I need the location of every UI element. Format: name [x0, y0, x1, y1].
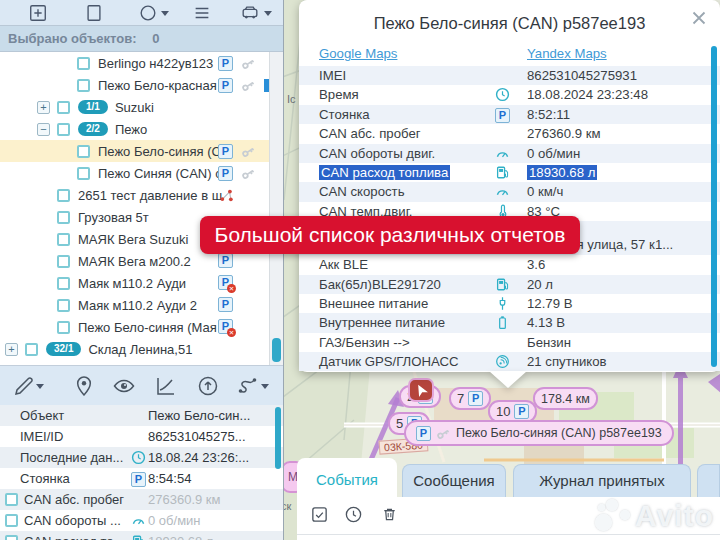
expand-icon[interactable]: +: [5, 343, 18, 356]
object-checkbox[interactable]: [57, 233, 70, 246]
tree-item[interactable]: 2651 тест давление в ш: [0, 184, 270, 206]
list-view-button[interactable]: [192, 3, 212, 23]
plug-icon: [495, 296, 510, 311]
chevron-down-icon[interactable]: [261, 384, 269, 389]
popup-row-label: CAN скорость: [319, 184, 405, 199]
popup-row: Время18.08.2024 23:23:48: [299, 85, 720, 104]
popup-title: Пежо Бело-синяя (CAN) p587ee193: [299, 0, 720, 44]
vehicle-filter-button[interactable]: [240, 3, 260, 23]
object-checkbox[interactable]: [77, 167, 90, 180]
select-circle-button[interactable]: [138, 3, 158, 23]
popup-row-label: Бак(65л)BLE291720: [319, 277, 441, 292]
detail-value: 18930.68 л: [148, 534, 213, 540]
detail-row: CAN обороты ...0 об/мин: [0, 510, 283, 531]
group-count-badge: 2/2: [78, 122, 108, 136]
tree-item[interactable]: Пежо Синяя (CAN) сP: [0, 162, 270, 184]
chevron-down-icon[interactable]: [161, 11, 169, 16]
select-rectangle-button[interactable]: [84, 3, 104, 23]
details-scrollbar[interactable]: [275, 405, 282, 540]
annotation-banner: Большой список различных отчетов: [200, 216, 580, 254]
tab-data-log[interactable]: Журнал принятых данных: [513, 464, 691, 497]
sensor-checkbox[interactable]: [5, 514, 18, 527]
detail-value: 0 об/мин: [148, 513, 201, 528]
tree-item[interactable]: Маяк м110.2 Ауди 2P: [0, 294, 270, 316]
visibility-button[interactable]: [112, 374, 136, 398]
popup-row-value: 21 спутников: [527, 354, 607, 369]
object-checkbox[interactable]: [77, 145, 90, 158]
tree-item[interactable]: −2/2Пежо: [0, 118, 270, 140]
object-checkbox[interactable]: [57, 211, 70, 224]
popup-row-value: Бензин: [527, 335, 571, 350]
object-tree: Berlingo н422ув123PПежо Бело-краснаяP+1/…: [0, 52, 270, 365]
tree-item[interactable]: Berlingo н422ув123P: [0, 52, 270, 74]
scrollbar-thumb[interactable]: [272, 338, 281, 362]
watermark-text: Avito: [635, 499, 714, 533]
group-count-badge: 32/1: [46, 342, 81, 356]
tree-item[interactable]: Маяк м110.2 АудиP✕: [0, 272, 270, 294]
object-checkbox[interactable]: [77, 79, 90, 92]
sensor-checkbox[interactable]: [5, 493, 18, 506]
popup-row: IMEI862531045275931: [299, 66, 720, 85]
delete-button[interactable]: [380, 505, 399, 524]
parking-icon: P: [218, 56, 233, 71]
scrollbar-thumb[interactable]: [275, 407, 281, 469]
popup-row-label: ГАЗ/Бензин -->: [319, 335, 410, 350]
tree-item[interactable]: +32/1Склад Ленина,51: [0, 338, 270, 360]
popup-row-value: 18930.68 л: [527, 165, 597, 180]
route-button[interactable]: [236, 374, 260, 398]
object-checkbox[interactable]: [57, 321, 70, 334]
object-checkbox[interactable]: [77, 57, 90, 70]
send-command-button[interactable]: [196, 374, 220, 398]
tree-item[interactable]: Пежо Бело-синяя (МаяP✕: [0, 316, 270, 338]
object-checkbox[interactable]: [57, 123, 70, 136]
gauge-icon: [495, 146, 510, 161]
close-icon[interactable]: [690, 9, 708, 27]
time-filter-button[interactable]: [344, 505, 363, 524]
object-checkbox[interactable]: [57, 277, 70, 290]
object-checkbox[interactable]: [57, 299, 70, 312]
location-button[interactable]: [72, 374, 96, 398]
tree-item-label: Пежо Бело-синяя (Мая: [78, 320, 217, 335]
vehicle-map-label[interactable]: P Пежо Бело-синяя (CAN) p587ee193: [404, 420, 674, 446]
chart-button[interactable]: [154, 374, 178, 398]
tab-partial[interactable]: [697, 464, 720, 497]
parking-icon: P✕: [218, 319, 233, 334]
tab-messages[interactable]: Сообщения: [402, 464, 506, 497]
tree-item[interactable]: Пежо Бело-краснаяP: [0, 74, 270, 96]
marker-count: 10: [496, 404, 510, 419]
object-checkbox[interactable]: [57, 189, 70, 202]
object-checkbox[interactable]: [57, 101, 70, 114]
popup-row: Бак(65л)BLE29172020 л: [299, 275, 720, 294]
add-object-button[interactable]: [28, 3, 48, 23]
parking-icon: P: [218, 166, 233, 181]
tab-events[interactable]: События: [297, 458, 397, 500]
tree-item[interactable]: +1/1Suzuki: [0, 96, 270, 118]
object-checkbox[interactable]: [57, 255, 70, 268]
edit-button[interactable]: [12, 374, 36, 398]
popup-row-label: CAN абс. пробег: [319, 126, 421, 141]
map-marker-group-7[interactable]: 7 P: [449, 387, 491, 410]
popup-scrollbar[interactable]: [711, 46, 717, 367]
clock-icon: [131, 450, 146, 465]
key-icon: [435, 425, 452, 442]
popup-row-value: 8:52:11: [527, 107, 570, 122]
sensor-checkbox[interactable]: [5, 535, 18, 540]
chevron-down-icon[interactable]: [36, 384, 44, 389]
popup-row-label: Внутреннее питание: [319, 315, 445, 330]
select-all-checkbox[interactable]: [310, 505, 329, 524]
tree-scrollbar[interactable]: [269, 52, 283, 365]
expand-icon[interactable]: +: [37, 101, 50, 114]
vehicle-position-marker[interactable]: [408, 378, 434, 402]
yandex-maps-link[interactable]: Yandex Maps: [527, 46, 607, 61]
map-links-row: Google Maps Yandex Maps: [299, 44, 720, 66]
tree-item[interactable]: Пежо Бело-синяя (СP: [0, 140, 270, 162]
chevron-down-icon[interactable]: [264, 11, 272, 16]
object-checkbox[interactable]: [25, 343, 38, 356]
detail-label: IMEI/ID: [20, 429, 63, 444]
gauge-icon: [131, 513, 146, 528]
tracking-app: Ic ск М 2 P 7 P 10 P 178.4 км 5 P 03К-58…: [0, 0, 720, 540]
detail-row: CAN абс. пробег276360.9 км: [0, 489, 283, 510]
popup-row-value: 862531045275931: [527, 68, 637, 83]
google-maps-link[interactable]: Google Maps: [319, 46, 397, 61]
collapse-icon[interactable]: −: [37, 123, 50, 136]
